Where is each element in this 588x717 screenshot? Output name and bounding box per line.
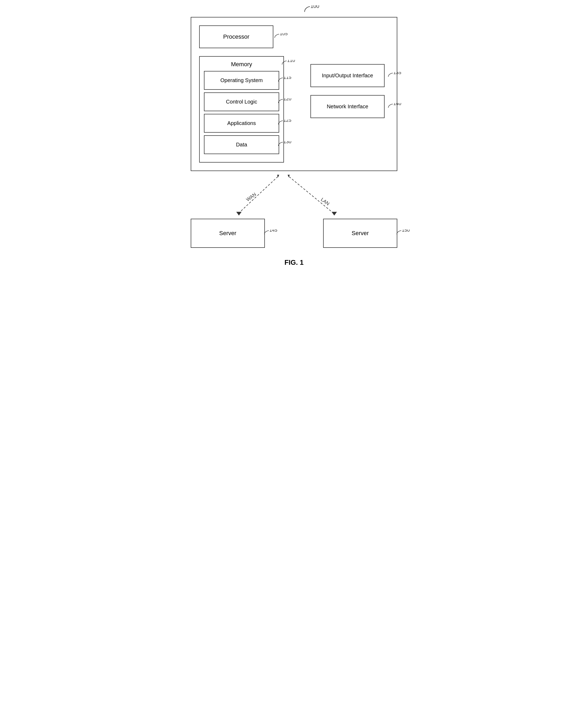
- connection-arrows: WAN LAN: [191, 171, 397, 219]
- svg-text:150: 150: [402, 230, 410, 233]
- ref-125: 125: [277, 120, 296, 127]
- svg-line-10: [289, 176, 334, 213]
- wan-label: WAN: [245, 192, 257, 202]
- svg-text:125: 125: [284, 120, 291, 123]
- ref-145: 145: [263, 230, 282, 237]
- ref-100-label: 100: [299, 5, 320, 15]
- data-box: Data: [204, 135, 279, 154]
- processor-box: Processor: [199, 25, 273, 48]
- svg-marker-12: [236, 212, 241, 216]
- ref-100-text: 100: [310, 5, 319, 9]
- svg-text:105: 105: [280, 33, 288, 36]
- io-interface-box: Input/Output Interface: [310, 64, 384, 87]
- server1-box: Server: [191, 219, 265, 248]
- lan-label: LAN: [320, 197, 331, 207]
- ref-130: 130: [277, 141, 296, 149]
- svg-text:130: 130: [284, 141, 291, 144]
- svg-line-8: [238, 176, 278, 213]
- ref-135: 135: [387, 72, 406, 80]
- memory-outer-box: Memory 110 Operating System: [199, 56, 284, 162]
- fig-label: FIG. 1: [285, 258, 303, 267]
- connection-area: WAN LAN: [191, 171, 397, 219]
- right-col: Input/Output Interface 135 Network Inter…: [310, 56, 389, 118]
- main-box: Processor 105 Memory: [191, 17, 397, 171]
- applications-box: Applications: [204, 114, 279, 133]
- svg-text:115: 115: [284, 77, 291, 80]
- ref-150: 150: [395, 230, 415, 237]
- ref-120: 120: [277, 98, 296, 106]
- svg-text:140: 140: [393, 103, 401, 106]
- svg-marker-13: [332, 212, 337, 216]
- svg-text:145: 145: [269, 230, 277, 233]
- ref-110: 110: [281, 60, 299, 67]
- svg-text:135: 135: [393, 72, 401, 75]
- server2-box: Server: [323, 219, 397, 248]
- svg-text:110: 110: [287, 60, 295, 63]
- network-interface-box: Network Interface: [310, 95, 384, 118]
- middle-row: Memory 110 Operating System: [199, 56, 389, 162]
- bottom-row: Server 145 Server 150: [191, 219, 397, 248]
- processor-label: Processor: [223, 34, 249, 40]
- ref-105: 105: [273, 33, 292, 41]
- page-container: 100 Processor 105 Memory: [185, 5, 403, 267]
- control-logic-box: Control Logic: [204, 92, 279, 111]
- memory-label: Memory: [204, 61, 279, 68]
- os-box: Operating System: [204, 71, 279, 90]
- ref-115: 115: [277, 77, 296, 84]
- svg-text:120: 120: [284, 98, 291, 102]
- ref-140: 140: [387, 103, 406, 110]
